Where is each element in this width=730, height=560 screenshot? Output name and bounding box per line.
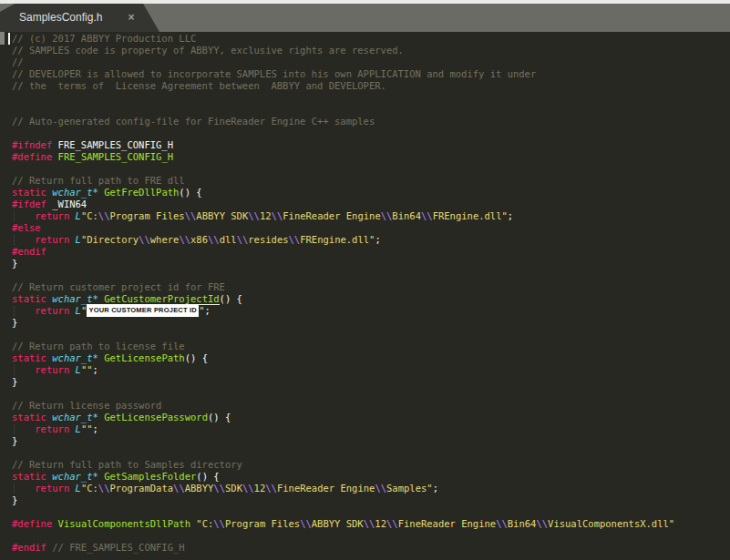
- code-token: GetLicensePath: [104, 352, 185, 363]
- code-token: \\: [179, 234, 190, 245]
- code-token: ;: [93, 423, 98, 434]
- code-token: //: [12, 56, 24, 67]
- code-token: \\: [98, 210, 110, 221]
- indent-guide: [14, 235, 15, 245]
- code-token: // Return full path to Samples directory: [12, 459, 242, 470]
- code-token: return: [35, 364, 69, 375]
- code-line: //: [0, 56, 730, 68]
- code-line: }: [0, 376, 730, 388]
- code-token: \\: [364, 518, 375, 529]
- code-token: "C:: [81, 483, 98, 494]
- code-line: // SAMPLES code is property of ABBYY, ex…: [0, 45, 730, 56]
- code-token: static: [12, 352, 46, 363]
- code-token: }: [12, 376, 17, 387]
- code-token: FRE_SAMPLES_CONFIG_H: [58, 151, 173, 162]
- code-token: GetLicensePassword: [104, 412, 208, 423]
- code-token: \\: [213, 518, 225, 529]
- code-token: // Return path to license file: [12, 341, 185, 351]
- code-token: return: [35, 483, 69, 494]
- code-token: FREngine.dll": [300, 234, 375, 245]
- code-token: #else: [12, 222, 41, 233]
- code-token: 12: [375, 518, 386, 529]
- code-line: // Return full path to Samples directory: [0, 459, 730, 471]
- code-token: wchar_t*: [52, 412, 98, 423]
- code-token: "C:: [196, 518, 213, 529]
- code-token: \\: [139, 234, 150, 245]
- code-token: static: [12, 293, 46, 304]
- code-line: static wchar_t* GetLicensePath() {: [0, 352, 730, 364]
- indent-guide: [14, 424, 15, 434]
- code-token: FineReader Engine: [283, 210, 380, 221]
- indent-guide: [14, 306, 15, 316]
- code-line: return L"";: [0, 423, 730, 435]
- code-token: Bin64: [392, 210, 421, 221]
- code-line: // DEVELOPER is allowed to incorporate S…: [0, 68, 730, 80]
- code-token: x86: [190, 234, 208, 245]
- code-token: () {: [185, 352, 208, 363]
- code-token: VisualComponentsX.dll": [548, 518, 674, 529]
- code-line: [0, 447, 730, 459]
- code-token: FineReader Engine: [398, 518, 496, 529]
- code-editor[interactable]: // (c) 2017 ABBYY Production LLC// SAMPL…: [0, 32, 730, 560]
- code-token: ;: [375, 234, 380, 245]
- code-token: ;: [205, 305, 211, 316]
- code-line: [0, 530, 730, 542]
- code-line: #ifndef FRE_SAMPLES_CONFIG_H: [0, 139, 730, 151]
- code-token: FRE_SAMPLES_CONFIG_H: [52, 139, 173, 150]
- code-token: 12: [260, 210, 272, 221]
- code-token: // Return full path to FRE dll: [12, 175, 185, 186]
- code-line: #ifdef _WIN64: [0, 199, 730, 210]
- code-line: #else: [0, 222, 730, 234]
- code-line: return L"";: [0, 364, 730, 376]
- code-line: }: [0, 494, 730, 506]
- code-token: static: [12, 412, 46, 423]
- code-token: \\: [248, 210, 260, 221]
- code-token: where: [150, 234, 180, 245]
- code-token: SDK: [225, 483, 242, 494]
- code-token: dll: [220, 234, 237, 245]
- code-token: 12: [254, 483, 266, 494]
- code-token: #ifndef: [12, 139, 52, 150]
- code-token: return: [35, 234, 69, 245]
- code-token: static: [12, 471, 46, 482]
- code-line: // Auto-generated config-file for FineRe…: [0, 116, 730, 127]
- code-line: static wchar_t* GetLicensePassword() {: [0, 412, 730, 423]
- code-line: // the terms of License Agreement betwee…: [0, 80, 730, 92]
- code-line: [0, 270, 730, 281]
- code-token: GetFreDllPath: [104, 187, 179, 198]
- code-token: // DEVELOPER is allowed to incorporate S…: [12, 68, 536, 79]
- customer-project-id-redaction: YOUR CUSTOMER PROJECT ID: [87, 304, 199, 317]
- code-token: FREngine.dll": [433, 210, 508, 221]
- tab-samplesconfig[interactable]: SamplesConfig.h ×: [0, 4, 160, 32]
- code-token: () {: [208, 412, 231, 423]
- code-line: // Return path to license file: [0, 341, 730, 352]
- code-token: // Auto-generated config-file for FineRe…: [12, 116, 375, 127]
- code-token: }: [12, 258, 17, 269]
- code-line: [0, 104, 730, 116]
- code-token: FineReader Engine: [277, 483, 375, 494]
- code-line: }: [0, 258, 730, 270]
- code-token: #endif: [12, 246, 46, 257]
- code-token: [12, 364, 35, 375]
- code-token: \\: [386, 518, 398, 529]
- code-line: [0, 127, 730, 139]
- code-token: "C:: [81, 210, 98, 221]
- code-token: "Directory: [81, 234, 139, 245]
- code-token: #define: [12, 151, 52, 162]
- code-token: ABBYY: [185, 483, 214, 494]
- code-token: wchar_t*: [52, 471, 98, 482]
- code-token: \\: [272, 210, 283, 221]
- code-token: [12, 305, 35, 316]
- code-token: GetSamplesFolder: [104, 471, 196, 482]
- code-token: ProgramData: [110, 483, 174, 494]
- code-token: return: [35, 210, 69, 221]
- code-token: \\: [536, 518, 548, 529]
- code-line: // Return full path to FRE dll: [0, 175, 730, 187]
- code-token: // Return customer project id for FRE: [12, 281, 225, 292]
- code-token: // SAMPLES code is property of ABBYY, ex…: [12, 45, 404, 56]
- tab-close-icon[interactable]: ×: [124, 10, 139, 25]
- code-token: \\: [98, 483, 110, 494]
- code-token: #endif: [12, 542, 46, 553]
- code-line: // (c) 2017 ABBYY Production LLC: [0, 33, 730, 45]
- code-token: [12, 234, 35, 245]
